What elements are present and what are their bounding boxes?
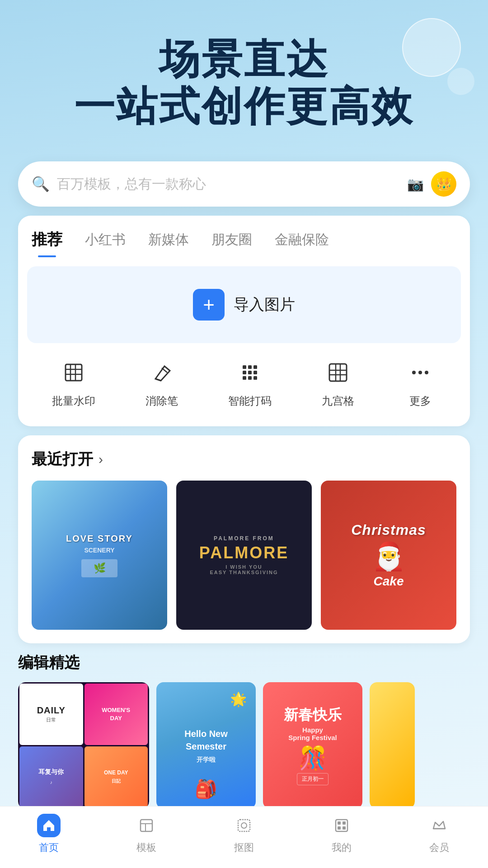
main-card: 推荐 小红书 新媒体 朋友圈 金融保险 + 导入图片	[18, 216, 470, 426]
home-icon	[37, 814, 61, 837]
recent-item-love-story[interactable]: LOVE STORY SCENERY 🌿	[32, 481, 167, 630]
editor-item-spring-festival[interactable]: 新春快乐 HappySpring Festival 🎊 正月初一	[263, 682, 362, 809]
svg-point-21	[425, 371, 428, 374]
import-area[interactable]: + 导入图片	[27, 266, 461, 343]
category-tabs: 推荐 小红书 新媒体 朋友圈 金融保险	[18, 216, 470, 257]
tool-nine-grid-label: 九宫格	[322, 394, 354, 408]
editor-img-hello-new-semester: Hello NewSemester 开学啦 🎒 🌟	[156, 682, 256, 809]
bubble-decoration-small	[447, 68, 474, 95]
template-icon	[135, 814, 158, 837]
svg-rect-27	[336, 820, 347, 831]
smart-blur-icon	[234, 357, 266, 388]
tool-batch-watermark-label: 批量水印	[52, 394, 95, 408]
recent-header: 最近打开 ›	[32, 449, 456, 470]
import-label: 导入图片	[234, 294, 295, 315]
svg-rect-7	[253, 365, 257, 369]
svg-rect-11	[243, 376, 246, 380]
svg-rect-28	[338, 821, 341, 825]
hero-section: 场景直达 一站式创作更高效	[0, 0, 488, 148]
hero-title: 场景直达 一站式创作更高效	[27, 36, 461, 130]
tool-nine-grid[interactable]: 九宫格	[322, 357, 354, 408]
bubble-decoration-large	[402, 18, 461, 77]
svg-rect-0	[66, 364, 82, 381]
tab-finance[interactable]: 金融保险	[275, 231, 329, 256]
bottom-navigation: 首页 模板 抠图	[0, 806, 488, 868]
nav-templates[interactable]: 模板	[98, 814, 195, 854]
recent-img-palmore: PALMORE FROM PALMORE I WISH YOUEASY THAN…	[176, 481, 312, 630]
recent-grid: LOVE STORY SCENERY 🌿 PALMORE FROM PALMOR…	[32, 481, 456, 630]
camera-icon[interactable]: 📷	[407, 176, 424, 192]
svg-rect-22	[141, 820, 152, 831]
eraser-icon	[146, 357, 178, 388]
svg-rect-8	[243, 371, 246, 374]
svg-rect-25	[238, 820, 250, 831]
nav-cutout[interactable]: 抠图	[195, 814, 293, 854]
nav-mine-label: 我的	[332, 841, 352, 854]
tool-eraser-label: 消除笔	[145, 394, 178, 408]
svg-rect-14	[329, 364, 347, 381]
editor-img-spring-festival: 新春快乐 HappySpring Festival 🎊 正月初一	[263, 682, 362, 809]
editor-item-partial[interactable]	[370, 682, 415, 809]
editor-picks-title: 编辑精选	[18, 652, 470, 673]
svg-rect-12	[248, 376, 252, 380]
svg-rect-6	[248, 365, 252, 369]
recent-item-christmas[interactable]: Christmas 🎅 Cake	[321, 481, 456, 630]
nav-vip[interactable]: 会员	[390, 814, 488, 854]
svg-point-19	[412, 371, 416, 374]
batch-watermark-icon	[58, 357, 89, 388]
tool-smart-blur[interactable]: 智能打码	[228, 357, 272, 408]
svg-rect-29	[343, 821, 346, 825]
vip-icon	[427, 814, 451, 837]
tool-more[interactable]: 更多	[404, 357, 436, 408]
tool-more-label: 更多	[409, 394, 431, 408]
search-icon: 🔍	[32, 175, 50, 193]
recent-section: 最近打开 › LOVE STORY SCENERY 🌿 PALMORE FROM	[18, 435, 470, 643]
recent-img-christmas: Christmas 🎅 Cake	[321, 481, 456, 630]
editor-img-partial	[370, 682, 415, 809]
recent-item-palmore[interactable]: PALMORE FROM PALMORE I WISH YOUEASY THAN…	[176, 481, 312, 630]
nine-grid-icon	[322, 357, 354, 388]
nav-cutout-label: 抠图	[234, 841, 254, 854]
search-bar[interactable]: 🔍 百万模板，总有一款称心 📷 👑	[18, 161, 470, 207]
cutout-icon	[232, 814, 256, 837]
hero-title-line1: 场景直达	[159, 37, 329, 82]
svg-rect-13	[253, 376, 257, 380]
nav-home-label: 首页	[39, 841, 59, 854]
tab-recommended[interactable]: 推荐	[32, 229, 62, 257]
svg-rect-5	[243, 365, 246, 369]
svg-rect-9	[248, 371, 252, 374]
svg-rect-30	[338, 826, 341, 830]
svg-rect-10	[253, 371, 257, 374]
editor-picks-section: 编辑精选 DAILY 日常 WOMEN'SDAY 耳复与你♪ ONE	[18, 652, 470, 818]
hero-title-line2: 一站式创作更高效	[74, 84, 414, 129]
recent-title: 最近打开	[32, 449, 93, 470]
mine-icon	[330, 814, 353, 837]
import-plus-button[interactable]: +	[193, 289, 225, 321]
svg-point-26	[241, 823, 247, 828]
editor-item-daily[interactable]: DAILY 日常 WOMEN'SDAY 耳复与你♪ ONE DAY日記	[18, 682, 149, 809]
nav-templates-label: 模板	[136, 841, 156, 854]
crown-badge[interactable]: 👑	[431, 171, 456, 197]
editor-picks-grid: DAILY 日常 WOMEN'SDAY 耳复与你♪ ONE DAY日記	[18, 682, 470, 809]
tool-smart-blur-label: 智能打码	[228, 394, 272, 408]
editor-item-hello-new-semester[interactable]: Hello NewSemester 开学啦 🎒 🌟	[156, 682, 256, 809]
plus-icon: +	[203, 293, 215, 316]
nav-home[interactable]: 首页	[0, 814, 98, 854]
crown-icon: 👑	[436, 177, 452, 192]
tools-row: 批量水印 消除笔	[18, 352, 470, 413]
tab-newmedia[interactable]: 新媒体	[148, 231, 189, 256]
tool-eraser[interactable]: 消除笔	[145, 357, 178, 408]
svg-rect-31	[343, 826, 346, 830]
search-input[interactable]: 百万模板，总有一款称心	[57, 175, 400, 193]
tool-batch-watermark[interactable]: 批量水印	[52, 357, 95, 408]
recent-arrow[interactable]: ›	[99, 452, 103, 467]
tab-xiaohongshu[interactable]: 小红书	[85, 231, 126, 256]
tab-moments[interactable]: 朋友圈	[211, 231, 252, 256]
svg-point-20	[418, 371, 422, 374]
nav-vip-label: 会员	[429, 841, 449, 854]
recent-img-love-story: LOVE STORY SCENERY 🌿	[32, 481, 167, 630]
nav-mine[interactable]: 我的	[293, 814, 390, 854]
more-icon	[404, 357, 436, 388]
